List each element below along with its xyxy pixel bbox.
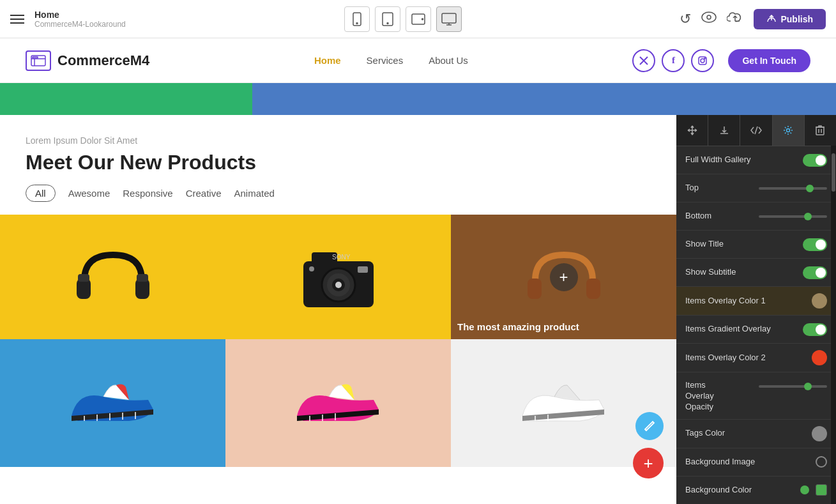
tablet-device-btn[interactable]	[375, 6, 400, 32]
sneaker-white-icon	[516, 371, 612, 435]
svg-point-3	[387, 22, 388, 24]
product-card-4[interactable]	[0, 339, 225, 467]
nav-home[interactable]: Home	[314, 55, 341, 66]
svg-rect-28	[586, 279, 600, 299]
top-toolbar: Home CommerceM4-Lookaround	[0, 0, 836, 38]
site-header: CommerceM4 Home Services About Us f Get …	[0, 38, 836, 83]
setting-items-overlay-color-1: Items Overlay Color 1	[676, 287, 836, 316]
product-grid-row2	[0, 339, 676, 467]
filter-animated[interactable]: Animated	[234, 185, 275, 201]
svg-text:SONY: SONY	[332, 254, 351, 261]
tablet-landscape-btn[interactable]	[406, 6, 431, 32]
items-overlay-opacity-slider[interactable]	[759, 385, 827, 388]
panel-scrollbar[interactable]	[831, 146, 836, 504]
desktop-device-btn[interactable]	[436, 6, 462, 32]
twitter-icon[interactable]	[632, 49, 655, 72]
svg-point-5	[422, 19, 423, 20]
items-gradient-overlay-toggle[interactable]	[803, 323, 827, 336]
items-overlay-opacity-label: ItemsOverlayOpacity	[685, 380, 754, 413]
setting-background-color: Background Color	[676, 477, 836, 504]
svg-point-1	[356, 22, 358, 24]
floating-add-button[interactable]: +	[633, 448, 664, 478]
panel-code-btn[interactable]	[740, 115, 772, 146]
show-subtitle-label: Show Subtitle	[685, 267, 803, 278]
setting-bottom: Bottom	[676, 202, 836, 231]
nav-services[interactable]: Services	[367, 55, 404, 66]
background-color-swatch[interactable]	[816, 484, 827, 496]
filter-responsive[interactable]: Responsive	[123, 185, 172, 201]
items-overlay-color-1-swatch[interactable]	[812, 293, 827, 309]
preview-icon[interactable]	[701, 11, 717, 26]
logo-icon	[26, 50, 51, 71]
scroll-thumb[interactable]	[832, 153, 835, 192]
camera-icon: SONY	[294, 242, 383, 312]
svg-point-25	[309, 266, 314, 271]
facebook-icon[interactable]: f	[662, 49, 685, 72]
product-card-1[interactable]	[0, 215, 225, 339]
full-width-gallery-label: Full Width Gallery	[685, 155, 803, 165]
product-card-3[interactable]: + The most amazing product	[451, 215, 676, 339]
hero-green-section	[0, 83, 252, 115]
filter-creative[interactable]: Creative	[186, 185, 222, 201]
setting-top: Top	[676, 174, 836, 202]
top-slider[interactable]	[759, 187, 827, 190]
svg-rect-24	[358, 266, 368, 273]
content-area: Lorem Ipsum Dolor Sit Amet Meet Our New …	[0, 115, 676, 504]
bottom-label: Bottom	[685, 211, 754, 222]
floating-edit-button[interactable]	[635, 412, 664, 440]
product-card-2[interactable]: SONY	[225, 215, 451, 339]
card-plus-button[interactable]: +	[550, 263, 578, 291]
items-overlay-color-1-label: Items Overlay Color 1	[685, 296, 812, 307]
svg-rect-17	[137, 274, 148, 282]
tags-color-swatch[interactable]	[812, 426, 827, 441]
site-nav: Home Services About Us	[149, 55, 632, 66]
setting-show-title: Show Title	[676, 231, 836, 259]
svg-rect-6	[442, 13, 456, 23]
setting-full-width-gallery: Full Width Gallery	[676, 146, 836, 174]
items-overlay-color-2-swatch[interactable]	[812, 350, 827, 365]
bottom-slider[interactable]	[759, 215, 827, 218]
svg-point-23	[335, 282, 342, 288]
panel-settings-btn[interactable]	[773, 115, 805, 146]
breadcrumb: Home CommerceM4-Lookaround	[34, 10, 126, 29]
publish-button[interactable]: Publish	[754, 9, 826, 29]
svg-point-29	[787, 129, 790, 132]
site-logo: CommerceM4	[26, 50, 149, 71]
svg-point-8	[707, 15, 711, 19]
setting-items-gradient-overlay: Items Gradient Overlay	[676, 316, 836, 344]
setting-items-overlay-color-2: Items Overlay Color 2	[676, 344, 836, 372]
svg-rect-10	[33, 57, 38, 58]
full-width-gallery-toggle[interactable]	[803, 154, 827, 167]
background-image-radio[interactable]	[816, 456, 827, 468]
top-label: Top	[685, 183, 754, 194]
toolbar-right: ↺ Publish	[680, 9, 826, 29]
site-logo-name: CommerceM4	[57, 52, 149, 69]
items-overlay-color-2-label: Items Overlay Color 2	[685, 353, 812, 363]
cloud-upload-icon[interactable]	[727, 11, 743, 27]
instagram-icon[interactable]	[691, 49, 714, 72]
undo-icon[interactable]: ↺	[680, 11, 691, 27]
mobile-device-btn[interactable]	[344, 6, 370, 32]
show-subtitle-toggle[interactable]	[803, 266, 827, 279]
product-card-6[interactable]	[451, 339, 676, 467]
filter-all[interactable]: All	[26, 185, 56, 202]
panel-delete-btn[interactable]	[805, 115, 836, 146]
hamburger-menu[interactable]	[10, 15, 24, 24]
nav-about[interactable]: About Us	[429, 55, 468, 66]
section-title: Meet Our New Products	[26, 151, 651, 174]
get-in-touch-button[interactable]: Get In Touch	[728, 49, 810, 72]
product-label-3: The most amazing product	[457, 321, 579, 333]
panel-move-btn[interactable]	[676, 115, 708, 146]
filter-awesome[interactable]: Awesome	[68, 185, 110, 201]
svg-rect-30	[816, 127, 824, 135]
device-selector	[136, 6, 670, 32]
breadcrumb-home: Home	[34, 10, 126, 20]
product-card-5[interactable]	[225, 339, 451, 467]
setting-show-subtitle: Show Subtitle	[676, 259, 836, 287]
breadcrumb-sub: CommerceM4-Lookaround	[34, 20, 126, 29]
sneaker-pink-icon	[291, 371, 386, 435]
show-title-toggle[interactable]	[803, 238, 827, 251]
hero-banner	[0, 83, 836, 115]
panel-toolbar	[676, 115, 836, 146]
panel-download-btn[interactable]	[708, 115, 740, 146]
